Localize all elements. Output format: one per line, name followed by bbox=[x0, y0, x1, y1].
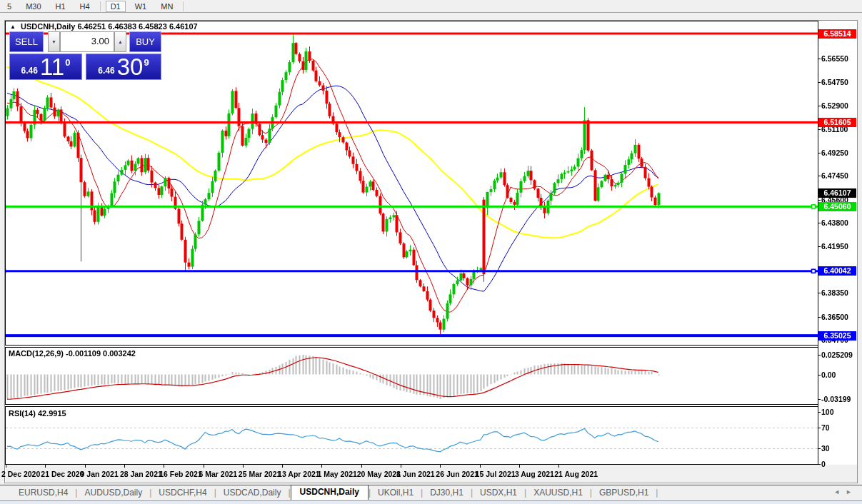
tab-ukoil-h1[interactable]: UKOil,H1 bbox=[371, 486, 421, 499]
rsi-scale-tick: 30 bbox=[821, 444, 830, 453]
price-scale-badge: 6.35025 bbox=[818, 331, 856, 341]
price-scale-tick: 6.38350 bbox=[821, 288, 848, 297]
trade-panel: SELL ▼ 3.00 ▲ BUY 6.46 11 0 6.46 30 9 bbox=[9, 31, 161, 80]
date-label: 8 Jun 2021 bbox=[396, 470, 435, 478]
timeframe-button-h1[interactable]: H1 bbox=[51, 1, 71, 12]
sell-price-point: 0 bbox=[65, 57, 70, 68]
date-label: 2 Dec 2020 bbox=[1, 470, 40, 478]
price-scale-tick: 6.47450 bbox=[821, 171, 848, 180]
date-label: 21 Dec 2020 bbox=[41, 470, 84, 478]
status-strip bbox=[0, 500, 862, 504]
date-label: 16 Feb 2021 bbox=[159, 470, 202, 478]
tab-gbpusd-h1[interactable]: GBPUSD,H1 bbox=[592, 486, 656, 499]
date-label: 25 Mar 2021 bbox=[239, 470, 281, 478]
sell-button[interactable]: SELL bbox=[9, 31, 44, 52]
rsi-scale-tick: 0 bbox=[821, 460, 826, 468]
timeframe-button-d1[interactable]: D1 bbox=[106, 1, 126, 12]
trade-panel-prices: 6.46 11 0 6.46 30 9 bbox=[9, 54, 161, 80]
date-label: 3 Aug 2021 bbox=[515, 470, 554, 478]
tab-usdcad-daily[interactable]: USDCAD,Daily bbox=[216, 486, 289, 499]
tab-usdchf-h4[interactable]: USDCHF,H4 bbox=[151, 486, 214, 499]
rsi-scale-tick: 70 bbox=[821, 423, 830, 432]
price-scale-badge: 6.51605 bbox=[818, 118, 856, 127]
date-label: 6 Mar 2021 bbox=[199, 470, 238, 478]
price-scale-badge: 6.45060 bbox=[818, 202, 856, 211]
date-label: 26 Jun 2021 bbox=[436, 470, 478, 478]
timeframe-button-5[interactable]: 5 bbox=[2, 1, 16, 12]
date-label: 21 Aug 2021 bbox=[554, 470, 598, 478]
tab-usdx-h1[interactable]: USDX,H1 bbox=[473, 486, 524, 499]
price-scale-badge: 6.46107 bbox=[818, 188, 856, 198]
timeframe-button-m30[interactable]: M30 bbox=[21, 1, 46, 12]
toolbar-separator bbox=[183, 1, 184, 11]
chart-tab-bar: EURUSD,H4|AUDUSD,Daily|USDCHF,H4|USDCAD,… bbox=[0, 485, 862, 500]
price-scale-tick: 6.36500 bbox=[821, 313, 848, 321]
chart-header: ▲ USDCNH,Daily 6.46251 6.46383 6.45823 6… bbox=[10, 22, 198, 31]
volume-increase-button[interactable]: ▲ bbox=[114, 31, 126, 52]
buy-price-point: 9 bbox=[144, 57, 149, 68]
sell-price-display[interactable]: 6.46 11 0 bbox=[9, 54, 82, 80]
price-scale-badge: 6.58514 bbox=[818, 29, 856, 39]
macd-scale-tick: 0.025209 bbox=[821, 351, 853, 359]
price-scale-tick: 6.52900 bbox=[821, 101, 848, 110]
date-label: 1 May 2021 bbox=[317, 470, 356, 478]
tab-usdcnh-daily[interactable]: USDCNH,Daily bbox=[291, 485, 369, 500]
tab-eurusd-h4[interactable]: EURUSD,H4 bbox=[11, 486, 75, 499]
rsi-label: RSI(14) 42.9915 bbox=[9, 409, 66, 418]
sell-price-pips: 11 bbox=[40, 56, 64, 78]
buy-button[interactable]: BUY bbox=[129, 31, 161, 52]
date-label: 28 Jan 2021 bbox=[120, 470, 162, 478]
date-label: 20 May 2021 bbox=[357, 470, 401, 478]
volume-decrease-button[interactable]: ▼ bbox=[48, 31, 60, 52]
tab-separator: | bbox=[656, 488, 658, 498]
trade-panel-controls: SELL ▼ 3.00 ▲ BUY bbox=[9, 31, 161, 52]
macd-scale-tick: 0.00 bbox=[821, 371, 836, 379]
chart-header-text: USDCNH,Daily 6.46251 6.46383 6.45823 6.4… bbox=[21, 22, 198, 31]
rsi-scale-tick: 100 bbox=[821, 408, 834, 416]
price-scale-tick: 6.54750 bbox=[821, 78, 848, 86]
price-scale-tick: 6.41950 bbox=[821, 242, 848, 251]
price-scale-tick: 6.56550 bbox=[821, 54, 848, 63]
macd-label: MACD(12,26,9) -0.001109 0.003242 bbox=[9, 349, 136, 358]
price-scale-tick: 6.49250 bbox=[821, 148, 848, 157]
buy-price-display[interactable]: 6.46 30 9 bbox=[86, 54, 161, 80]
tab-scroll-arrows[interactable]: ◄► bbox=[833, 488, 858, 495]
date-label: 13 Apr 2021 bbox=[278, 470, 320, 478]
toolbar-separator bbox=[100, 1, 101, 11]
timeframe-toolbar: 5M30H1H4D1W1MN bbox=[0, 0, 862, 13]
tab-audusd-daily[interactable]: AUDUSD,Daily bbox=[77, 486, 149, 499]
tab-dj30-h1[interactable]: DJ30,H1 bbox=[423, 486, 471, 499]
timeframe-button-h4[interactable]: H4 bbox=[75, 1, 95, 12]
macd-scale-tick: -0.03199 bbox=[821, 395, 851, 403]
sell-price-prefix: 6.46 bbox=[21, 66, 38, 76]
volume-input[interactable]: 3.00 bbox=[60, 31, 114, 52]
timeframe-button-mn[interactable]: MN bbox=[156, 1, 178, 12]
buy-price-prefix: 6.46 bbox=[98, 66, 114, 76]
timeframe-button-w1[interactable]: W1 bbox=[130, 1, 152, 12]
price-scale-badge: 6.40042 bbox=[818, 266, 856, 276]
date-label: 15 Jul 2021 bbox=[476, 470, 516, 478]
date-label: 9 Jan 2021 bbox=[81, 470, 119, 478]
price-scale-tick: 6.43800 bbox=[821, 218, 848, 227]
buy-price-pips: 30 bbox=[117, 56, 144, 78]
collapse-arrow-icon[interactable]: ▲ bbox=[10, 24, 16, 30]
tab-xauusd-h1[interactable]: XAUUSD,H1 bbox=[526, 486, 590, 499]
